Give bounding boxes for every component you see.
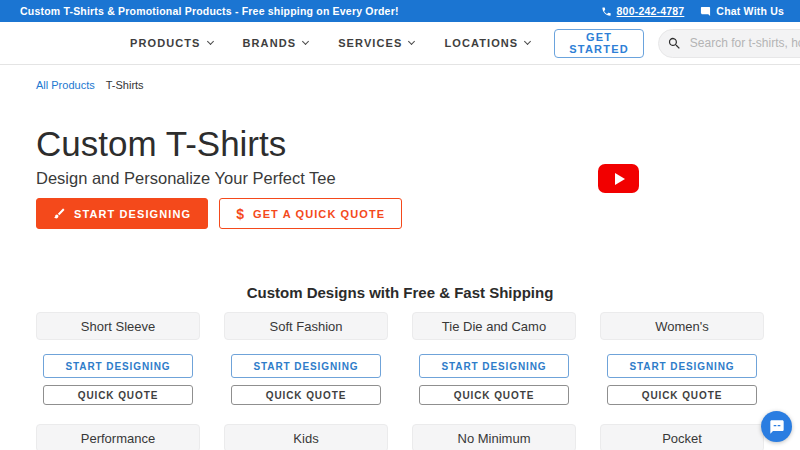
category-grid: Short Sleeve START DESIGNING QUICK QUOTE… xyxy=(36,312,764,450)
chat-launcher-button[interactable] xyxy=(761,411,792,442)
card-start-designing-button[interactable]: START DESIGNING xyxy=(419,354,569,378)
get-quick-quote-label: GET A QUICK QUOTE xyxy=(253,208,385,220)
paintbrush-icon xyxy=(53,207,66,220)
start-designing-button[interactable]: START DESIGNING xyxy=(36,198,208,229)
category-card-performance: Performance START DESIGNING QUICK QUOTE xyxy=(36,424,200,450)
page-title: Custom T-Shirts xyxy=(36,124,800,164)
chat-bubble-icon xyxy=(769,419,785,435)
promo-text: Custom T-Shirts & Promotional Products -… xyxy=(20,5,399,17)
card-quick-quote-button[interactable]: QUICK QUOTE xyxy=(231,385,381,405)
card-start-designing-button[interactable]: START DESIGNING xyxy=(43,354,193,378)
nav-products[interactable]: PRODUCTS xyxy=(130,37,213,49)
breadcrumb-all-products[interactable]: All Products xyxy=(36,79,95,91)
category-title[interactable]: Short Sleeve xyxy=(36,312,200,340)
search-icon xyxy=(667,36,682,51)
category-card-short-sleeve: Short Sleeve START DESIGNING QUICK QUOTE xyxy=(36,312,200,405)
category-card-womens: Women's START DESIGNING QUICK QUOTE xyxy=(600,312,764,405)
card-actions: START DESIGNING QUICK QUOTE xyxy=(419,354,569,405)
category-title[interactable]: Kids xyxy=(224,424,388,450)
breadcrumb-current: T-Shirts xyxy=(106,79,144,91)
nav-products-label: PRODUCTS xyxy=(130,37,201,49)
card-start-designing-button[interactable]: START DESIGNING xyxy=(607,354,757,378)
start-designing-label: START DESIGNING xyxy=(74,208,191,220)
hero-buttons: START DESIGNING $ GET A QUICK QUOTE xyxy=(36,198,800,229)
section-heading: Custom Designs with Free & Fast Shipping xyxy=(0,284,800,302)
get-started-button[interactable]: GET STARTED xyxy=(554,29,644,58)
chat-with-us-link[interactable]: Chat With Us xyxy=(700,5,784,17)
category-title[interactable]: Tie Die and Camo xyxy=(412,312,576,340)
card-start-designing-button[interactable]: START DESIGNING xyxy=(231,354,381,378)
category-card-soft-fashion: Soft Fashion START DESIGNING QUICK QUOTE xyxy=(224,312,388,405)
breadcrumb: All Products T-Shirts xyxy=(0,65,800,91)
chat-icon xyxy=(700,6,711,17)
main-navbar: PRODUCTS BRANDS SERVICES LOCATIONS GET S… xyxy=(0,22,800,65)
nav-brands[interactable]: BRANDS xyxy=(243,37,309,49)
phone-icon xyxy=(601,6,612,17)
chevron-down-icon xyxy=(524,38,531,45)
search-bar xyxy=(658,29,800,58)
card-actions: START DESIGNING QUICK QUOTE xyxy=(231,354,381,405)
youtube-play-button[interactable] xyxy=(598,164,639,193)
category-card-kids: Kids START DESIGNING QUICK QUOTE xyxy=(224,424,388,450)
nav-brands-label: BRANDS xyxy=(243,37,297,49)
category-card-no-minimum: No Minimum START DESIGNING QUICK QUOTE xyxy=(412,424,576,450)
nav-locations-label: LOCATIONS xyxy=(444,37,518,49)
card-quick-quote-button[interactable]: QUICK QUOTE xyxy=(43,385,193,405)
category-card-tie-die-camo: Tie Die and Camo START DESIGNING QUICK Q… xyxy=(412,312,576,405)
card-actions: START DESIGNING QUICK QUOTE xyxy=(43,354,193,405)
play-icon xyxy=(615,173,625,185)
category-title[interactable]: Soft Fashion xyxy=(224,312,388,340)
phone-link[interactable]: 800-242-4787 xyxy=(601,5,685,17)
category-title[interactable]: Pocket xyxy=(600,424,764,450)
category-title[interactable]: Performance xyxy=(36,424,200,450)
chevron-down-icon xyxy=(302,38,309,45)
category-title[interactable]: Women's xyxy=(600,312,764,340)
hero-section: Custom T-Shirts Design and Personalize Y… xyxy=(0,124,800,229)
category-card-pocket: Pocket START DESIGNING QUICK QUOTE xyxy=(600,424,764,450)
phone-number: 800-242-4787 xyxy=(617,5,685,17)
chevron-down-icon xyxy=(408,38,415,45)
dollar-icon: $ xyxy=(236,206,245,222)
card-quick-quote-button[interactable]: QUICK QUOTE xyxy=(419,385,569,405)
chat-with-us-label: Chat With Us xyxy=(716,5,784,17)
nav-services-label: SERVICES xyxy=(338,37,402,49)
card-actions: START DESIGNING QUICK QUOTE xyxy=(607,354,757,405)
promo-bar: Custom T-Shirts & Promotional Products -… xyxy=(0,0,800,22)
nav-services[interactable]: SERVICES xyxy=(338,37,414,49)
chevron-down-icon xyxy=(206,38,213,45)
promo-bar-right: 800-242-4787 Chat With Us xyxy=(601,5,784,17)
hero-subtitle: Design and Personalize Your Perfect Tee xyxy=(36,168,800,188)
card-quick-quote-button[interactable]: QUICK QUOTE xyxy=(607,385,757,405)
nav-menu: PRODUCTS BRANDS SERVICES LOCATIONS xyxy=(130,37,530,49)
nav-locations[interactable]: LOCATIONS xyxy=(444,37,530,49)
get-quick-quote-button[interactable]: $ GET A QUICK QUOTE xyxy=(219,198,402,229)
category-title[interactable]: No Minimum xyxy=(412,424,576,450)
